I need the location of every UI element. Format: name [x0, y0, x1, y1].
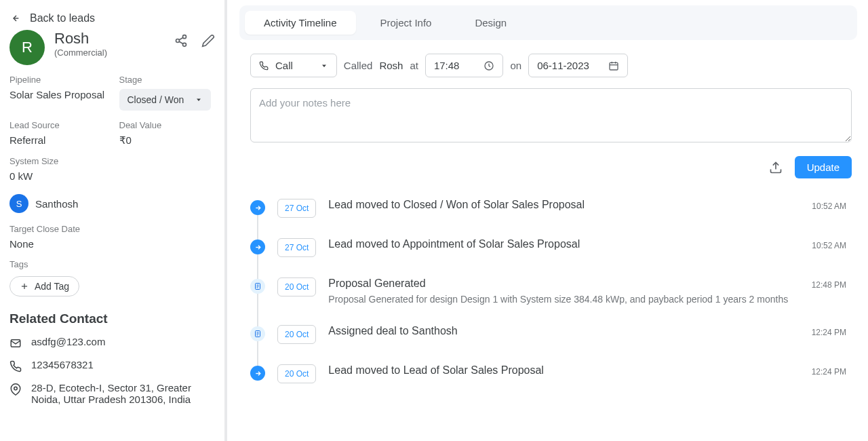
related-contact-heading: Related Contact — [9, 311, 215, 326]
timeline-title: Lead moved to Closed / Won of Solar Sale… — [328, 199, 800, 211]
date-input[interactable]: 06-11-2023 — [528, 54, 628, 77]
tab-project-info[interactable]: Project Info — [361, 11, 451, 35]
timeline-title: Lead moved to Appointment of Solar Sales… — [328, 238, 800, 250]
phone-icon — [9, 360, 22, 372]
timeline-content: Lead moved to Appointment of Solar Sales… — [328, 238, 800, 254]
contact-phone: 12345678321 — [31, 359, 94, 370]
timeline-description: Proposal Generated for design Design 1 w… — [328, 294, 799, 305]
timeline-date-badge: 20 Oct — [277, 277, 316, 296]
svg-line-4 — [179, 41, 183, 43]
upload-icon[interactable] — [769, 161, 783, 174]
contact-address-row[interactable]: 28-D, Ecotech-I, Sector 31, Greater Noid… — [9, 382, 215, 405]
owner-avatar: S — [9, 194, 28, 213]
tab-design[interactable]: Design — [456, 11, 526, 35]
edit-icon[interactable] — [201, 34, 215, 47]
date-value: 06-11-2023 — [537, 60, 589, 71]
timeline-title: Lead moved to Lead of Solar Sales Propos… — [328, 364, 799, 377]
timeline-date-badge: 20 Oct — [277, 325, 316, 344]
activity-panel: Call Called Rosh at 17:48 on 06-11-2023 … — [239, 40, 863, 409]
timeline-date-badge: 27 Oct — [277, 238, 316, 257]
lead-name: Rosh — [54, 30, 165, 47]
log-row: Call Called Rosh at 17:48 on 06-11-2023 — [250, 54, 852, 77]
on-label: on — [510, 60, 521, 71]
svg-marker-6 — [197, 99, 201, 102]
svg-point-1 — [183, 35, 186, 39]
document-icon — [250, 279, 265, 294]
stage-label: Stage — [119, 75, 216, 85]
arrow-left-icon — [9, 13, 20, 24]
owner-row[interactable]: S Santhosh — [9, 194, 215, 213]
main-panel: Activity Timeline Project Info Design Ca… — [227, 0, 868, 441]
deal-value-value: ₹0 — [119, 134, 216, 147]
contact-email: asdfg@123.com — [31, 336, 105, 347]
contact-email-row[interactable]: asdfg@123.com — [9, 336, 215, 349]
clock-icon — [484, 60, 494, 71]
timeline-time: 10:52 AM — [812, 202, 846, 211]
update-button[interactable]: Update — [795, 156, 852, 178]
chevron-down-icon — [195, 96, 203, 104]
back-to-leads[interactable]: Back to leads — [9, 12, 215, 24]
timeline-time: 12:24 PM — [812, 367, 846, 377]
timeline: 27 OctLead moved to Closed / Won of Sola… — [250, 199, 852, 383]
svg-point-3 — [183, 43, 186, 46]
time-input[interactable]: 17:48 — [425, 54, 504, 77]
pipeline-label: Pipeline — [9, 75, 106, 85]
tabs: Activity Timeline Project Info Design — [239, 5, 857, 40]
phone-icon — [259, 61, 269, 71]
arrow-right-icon — [250, 366, 265, 381]
owner-name: Santhosh — [35, 198, 78, 210]
svg-rect-13 — [610, 62, 618, 70]
system-size-label: System Size — [9, 156, 215, 166]
svg-point-10 — [14, 387, 18, 390]
stage-select[interactable]: Closed / Won — [119, 89, 212, 111]
target-close-label: Target Close Date — [9, 224, 215, 234]
back-label: Back to leads — [30, 12, 95, 24]
calendar-icon — [608, 60, 619, 71]
activity-type-select[interactable]: Call — [250, 54, 337, 77]
activity-type-value: Call — [275, 60, 293, 71]
notes-textarea[interactable] — [250, 88, 852, 142]
svg-point-2 — [176, 39, 180, 43]
lead-type: (Commercial) — [54, 47, 165, 58]
deal-value-label: Deal Value — [119, 120, 216, 130]
arrow-right-icon — [250, 239, 265, 254]
at-label: at — [410, 60, 418, 71]
callee-name: Rosh — [379, 60, 403, 71]
timeline-item: 20 OctProposal GeneratedProposal Generat… — [250, 277, 852, 305]
timeline-title: Proposal Generated — [328, 277, 799, 290]
pipeline-value: Solar Sales Proposal — [9, 89, 106, 100]
plus-icon — [20, 282, 29, 291]
lead-avatar: R — [9, 30, 45, 65]
tags-label: Tags — [9, 259, 215, 269]
system-size-value: 0 kW — [9, 170, 215, 182]
share-icon[interactable] — [174, 34, 188, 47]
time-value: 17:48 — [434, 60, 460, 71]
svg-line-5 — [179, 37, 183, 39]
timeline-item: 27 OctLead moved to Closed / Won of Sola… — [250, 199, 852, 218]
timeline-time: 12:48 PM — [812, 280, 846, 290]
timeline-item: 20 OctLead moved to Lead of Solar Sales … — [250, 364, 852, 383]
timeline-date-badge: 20 Oct — [277, 364, 316, 383]
arrow-right-icon — [250, 200, 265, 215]
timeline-content: Proposal GeneratedProposal Generated for… — [328, 277, 799, 305]
contact-phone-row[interactable]: 12345678321 — [9, 359, 215, 372]
timeline-content: Assigned deal to Santhosh — [328, 325, 799, 341]
svg-marker-11 — [322, 64, 326, 67]
timeline-title: Assigned deal to Santhosh — [328, 325, 799, 337]
called-label: Called — [344, 60, 373, 71]
timeline-content: Lead moved to Lead of Solar Sales Propos… — [328, 364, 799, 381]
document-icon — [250, 326, 265, 341]
lead-sidebar: Back to leads R Rosh (Commercial) Pipeli… — [0, 0, 227, 441]
timeline-date-badge: 27 Oct — [277, 199, 316, 218]
timeline-content: Lead moved to Closed / Won of Solar Sale… — [328, 199, 800, 215]
location-icon — [9, 383, 22, 396]
add-tag-label: Add Tag — [35, 281, 69, 292]
chevron-down-icon — [320, 62, 328, 70]
target-close-value: None — [9, 238, 215, 250]
contact-address: 28-D, Ecotech-I, Sector 31, Greater Noid… — [31, 382, 215, 405]
timeline-item: 27 OctLead moved to Appointment of Solar… — [250, 238, 852, 257]
tab-activity-timeline[interactable]: Activity Timeline — [245, 11, 356, 35]
email-icon — [9, 337, 22, 349]
timeline-item: 20 OctAssigned deal to Santhosh12:24 PM — [250, 325, 852, 344]
add-tag-button[interactable]: Add Tag — [9, 276, 79, 296]
